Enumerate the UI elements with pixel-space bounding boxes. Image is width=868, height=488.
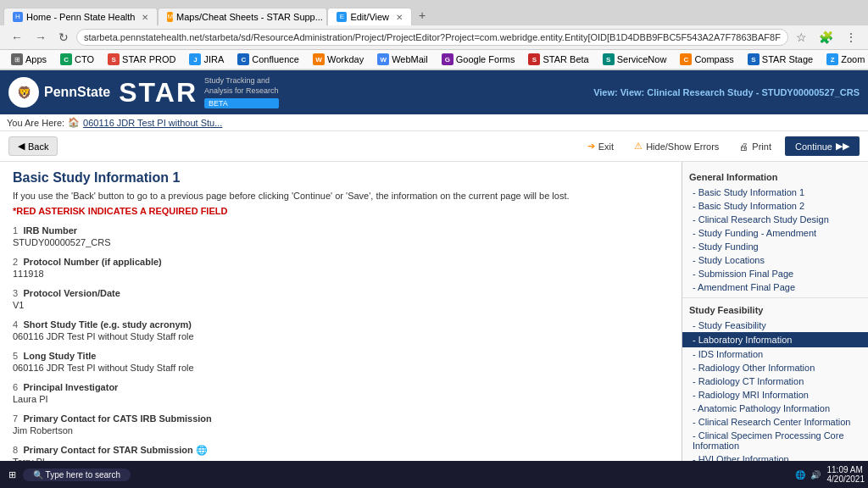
bookmark-zoom-label: Zoom [841, 54, 865, 64]
bookmark-confluence[interactable]: C Confluence [233, 52, 303, 67]
bookmark-apps[interactable]: ⊞ Apps [7, 52, 51, 67]
right-sidebar: General Information - Basic Study Inform… [682, 162, 868, 485]
field-long-title-label: Long Study Title [24, 351, 97, 361]
bookmark-star-prod[interactable]: S STAR PROD [103, 52, 180, 67]
penn-state-text: PennState [44, 85, 110, 100]
bookmark-star-beta-label: STAR Beta [542, 54, 588, 64]
clock: 11:09 AM 4/20/2021 [827, 465, 865, 484]
hide-show-label: Hide/Show Errors [646, 141, 719, 152]
bookmark-confluence-label: Confluence [252, 54, 299, 64]
tab-bar: H Home - Penn State Health ✕ M Maps/Chea… [0, 0, 868, 25]
bookmark-jira-label: JIRA [203, 54, 224, 64]
breadcrumb-path[interactable]: 060116 JDR Test PI without Stu... [83, 118, 222, 128]
page-title: Basic Study Information 1 [13, 170, 669, 186]
search-button[interactable]: 🔍 Type here to search [23, 469, 131, 481]
sidebar-basic-info-1[interactable]: - Basic Study Information 1 [682, 186, 868, 199]
sidebar-radiology-other[interactable]: - Radiology Other Information [682, 361, 868, 374]
bookmark-button[interactable]: ☆ [792, 29, 811, 46]
field-long-title: 5 Long Study Title 060116 JDR Test PI wi… [13, 350, 669, 373]
print-button[interactable]: 🖨 Print [732, 139, 778, 154]
header-view-label: View: View: Clinical Research Study - ST… [593, 87, 860, 97]
taskbar-left: ⊞ 🔍 Type here to search [3, 467, 131, 483]
nav-bar: ← → ↻ ☆ 🧩 ⋮ [0, 25, 868, 50]
refresh-button[interactable]: ↻ [54, 29, 73, 46]
bookmark-jira[interactable]: J JIRA [185, 52, 228, 67]
study-name: View: Clinical Research Study - STUDY000… [620, 87, 860, 97]
sidebar-ids-info[interactable]: - IDS Information [682, 347, 868, 361]
sidebar-clinical-specimen[interactable]: - Clinical Specimen Processing Core Info… [682, 429, 868, 452]
continue-button[interactable]: Continue ▶▶ [785, 136, 860, 156]
tab-edit-label: Edit/View [350, 12, 389, 22]
tab-edit-close[interactable]: ✕ [396, 13, 403, 22]
sidebar-clinical-research-center[interactable]: - Clinical Research Center Information [682, 415, 868, 429]
sidebar-radiology-mri[interactable]: - Radiology MRI Information [682, 388, 868, 402]
field-irb-value: STUDY00000527_CRS [13, 237, 669, 247]
bookmark-star-prod-label: STAR PROD [122, 54, 175, 64]
bookmark-workday[interactable]: W Workday [309, 52, 368, 67]
field-version-label: Protocol Version/Date [24, 288, 120, 298]
sidebar-study-feasibility[interactable]: - Study Feasibility [682, 319, 868, 332]
bookmarks-bar: ⊞ Apps C CTO S STAR PROD J JIRA C Conflu… [0, 50, 868, 69]
menu-button[interactable]: ⋮ [841, 29, 861, 46]
bookmark-star-stage[interactable]: S STAR Stage [743, 52, 817, 67]
new-tab-button[interactable]: + [412, 5, 432, 25]
zoom-favicon: Z [826, 53, 838, 65]
bookmark-star-beta[interactable]: S STAR Beta [524, 52, 593, 67]
field-short-title-label: Short Study Title (e.g. study acronym) [24, 319, 192, 330]
print-label: Print [752, 141, 771, 152]
tab-home-close[interactable]: ✕ [142, 13, 148, 22]
exit-button[interactable]: ➔ Exit [581, 138, 620, 154]
field-protocol-label: Protocol Number (if applicable) [24, 257, 162, 267]
tab-home[interactable]: H Home - Penn State Health ✕ [3, 8, 158, 25]
field-version-value: V1 [13, 300, 669, 310]
tab-home-label: Home - Penn State Health [26, 12, 135, 22]
general-info-section-title: General Information [682, 169, 868, 186]
extensions-button[interactable]: 🧩 [815, 29, 837, 46]
bookmark-zoom[interactable]: Z Zoom [822, 52, 868, 67]
sidebar-submission-final[interactable]: - Submission Final Page [682, 267, 868, 280]
tab-edit[interactable]: E Edit/View ✕ [327, 8, 412, 25]
bookmark-cto[interactable]: C CTO [56, 52, 98, 67]
required-note: *RED ASTERISK INDICATES A REQUIRED FIELD [13, 206, 669, 216]
bookmark-servicenow[interactable]: S ServiceNow [598, 52, 671, 67]
start-button[interactable]: ⊞ [3, 467, 21, 483]
lion-icon: 🦁 [8, 77, 39, 108]
bookmark-google-forms-label: Google Forms [456, 54, 515, 64]
beta-badge: BETA [204, 98, 279, 108]
field-pi: 6 Principal Investigator Laura PI [13, 381, 669, 404]
content-area: Basic Study Information 1 If you use the… [0, 162, 682, 485]
field-protocol-version: 3 Protocol Version/Date V1 [13, 287, 669, 310]
sidebar-anatomic-pathology[interactable]: - Anatomic Pathology Information [682, 402, 868, 415]
tab-maps-label: Maps/Cheat Sheets - STAR Supp... [176, 12, 323, 22]
sidebar-radiology-ct[interactable]: - Radiology CT Information [682, 374, 868, 388]
tab-maps[interactable]: M Maps/Cheat Sheets - STAR Supp... ✕ [158, 8, 327, 25]
back-button[interactable]: ◀ Back [8, 136, 58, 156]
sidebar-laboratory-info[interactable]: - Laboratory Information [682, 332, 868, 347]
toolbar: ◀ Back ➔ Exit ⚠ Hide/Show Errors 🖨 Print… [0, 131, 868, 162]
forward-nav-button[interactable]: → [31, 29, 51, 46]
workday-favicon: W [313, 53, 325, 65]
sidebar-amendment-final[interactable]: - Amendment Final Page [682, 280, 868, 294]
sidebar-study-funding-amendment[interactable]: - Study Funding - Amendment [682, 226, 868, 240]
bookmark-google-forms[interactable]: G Google Forms [437, 52, 520, 67]
bookmark-compass[interactable]: C Compass [676, 52, 737, 67]
address-bar[interactable] [76, 29, 788, 46]
cto-favicon: C [60, 53, 72, 65]
back-nav-button[interactable]: ← [7, 29, 27, 46]
info-text: If you use the 'Back' button to go to a … [13, 191, 669, 201]
bookmark-webmail[interactable]: W WebMail [373, 52, 432, 67]
print-icon: 🖨 [739, 141, 748, 152]
sidebar-study-funding[interactable]: - Study Funding [682, 240, 868, 253]
hide-show-errors-button[interactable]: ⚠ Hide/Show Errors [627, 138, 726, 154]
warning-icon: ⚠ [634, 141, 643, 152]
field-star-label: Primary Contact for STAR Submission [24, 445, 193, 455]
bookmark-servicenow-label: ServiceNow [617, 54, 667, 64]
sidebar-basic-info-2[interactable]: - Basic Study Information 2 [682, 199, 868, 213]
sidebar-study-locations[interactable]: - Study Locations [682, 253, 868, 267]
field-pi-label: Principal Investigator [24, 382, 119, 392]
home-icon: 🏠 [68, 117, 80, 128]
sidebar-clinical-research-design[interactable]: - Clinical Research Study Design [682, 213, 868, 226]
date: 4/20/2021 [827, 474, 865, 484]
header-left: 🦁 PennState STAR Study Tracking and Anal… [8, 76, 279, 108]
you-are-here-label: You Are Here: [7, 118, 64, 128]
